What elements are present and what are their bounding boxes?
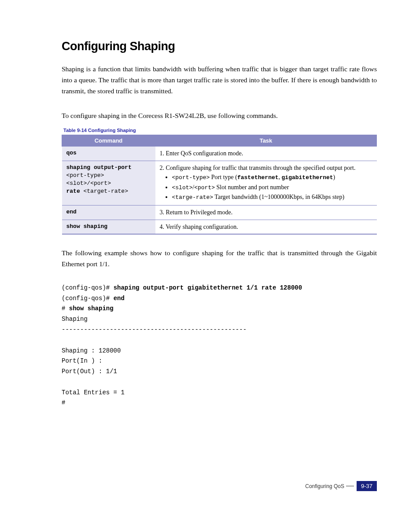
table-caption: Table 9-14 Configuring Shaping	[63, 128, 377, 133]
task-3: 3. Return to Privileged mode.	[155, 205, 377, 220]
instruction-paragraph: To configure shaping in the Corecess R1-…	[62, 110, 377, 121]
intro-paragraph: Shaping is a function that limits bandwi…	[62, 64, 377, 96]
header-task: Task	[155, 135, 377, 147]
page: Configuring Shaping Shaping is a functio…	[0, 0, 420, 514]
cmd-show-shaping: show shaping	[66, 223, 108, 230]
table-header-row: Command Task	[62, 135, 377, 147]
bullet-slot-port: <slot>/<port> Slot number and port numbe…	[172, 183, 372, 192]
footer-divider	[346, 486, 354, 486]
command-table: Command Task qos 1. Enter QoS configurat…	[62, 135, 377, 235]
cmd-qos: qos	[66, 150, 77, 156]
cmd-end: end	[66, 209, 77, 215]
header-command: Command	[62, 135, 155, 147]
task-2: 2. Configure shaping for traffic that tr…	[155, 161, 377, 205]
page-title: Configuring Shaping	[62, 40, 377, 53]
table-row: end 3. Return to Privileged mode.	[62, 205, 377, 220]
page-number: 9-37	[357, 481, 377, 491]
example-intro: The following example shows how to confi…	[62, 248, 377, 270]
cli-example: (config-qos)# shaping output-port gigabi…	[62, 283, 377, 409]
bullet-port-type: <port-type> Port type (fastethernet, gig…	[172, 173, 372, 182]
task-4: 4. Verify shaping configuration.	[155, 220, 377, 234]
footer-section: Configuring QoS	[305, 483, 344, 489]
table-row: show shaping 4. Verify shaping configura…	[62, 220, 377, 234]
table-row: qos 1. Enter QoS configuration mode.	[62, 147, 377, 161]
bullet-target-rate: <targe-rate> Target bandwidth (1~1000000…	[172, 193, 372, 202]
task-1: 1. Enter QoS configuration mode.	[155, 147, 377, 161]
page-footer: Configuring QoS 9-37	[305, 481, 377, 491]
table-row: shaping output-port <port-type> <slot>/<…	[62, 161, 377, 205]
cmd-shaping: shaping output-port <port-type> <slot>/<…	[62, 161, 155, 205]
